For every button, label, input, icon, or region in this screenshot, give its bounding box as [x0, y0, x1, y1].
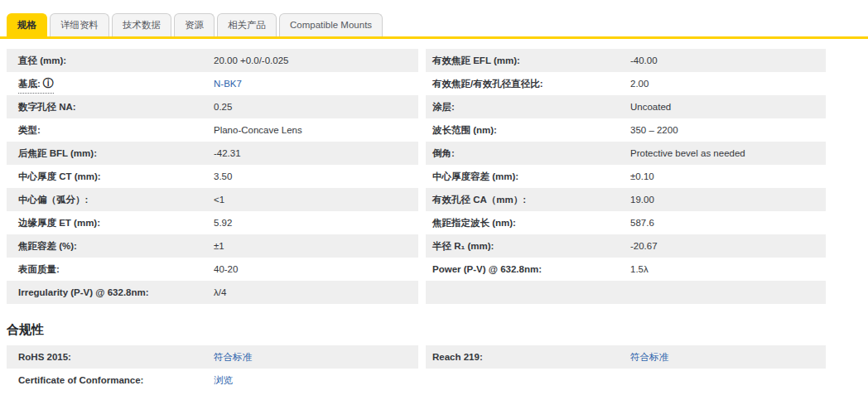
- spec-row: 有效孔径 CA（mm）:19.00: [426, 188, 826, 211]
- compliance-row: RoHS 2015:符合标准: [7, 345, 418, 369]
- spec-value: 19.00: [630, 188, 654, 211]
- spec-row: 有效焦距/有效孔径直径比:2.00: [426, 72, 826, 95]
- spec-label: [426, 281, 630, 304]
- spec-label: Irregularity (P-V) @ 632.8nm:: [7, 281, 214, 304]
- spec-row: 有效焦距 EFL (mm):-40.00: [426, 49, 826, 72]
- spec-value: λ/4: [214, 281, 226, 304]
- spec-value: 40-20: [214, 258, 238, 281]
- spec-value: Protective bevel as needed: [630, 142, 745, 165]
- spec-label: 焦距指定波长 (nm):: [426, 211, 630, 234]
- spec-label: 波长范围 (nm):: [426, 118, 630, 142]
- spec-row: Power (P-V) @ 632.8nm:1.5λ: [426, 258, 826, 281]
- compliance-heading: 合规性: [7, 322, 868, 338]
- spec-label: 有效焦距 EFL (mm):: [426, 49, 630, 72]
- spec-row: Irregularity (P-V) @ 632.8nm:λ/4: [7, 281, 418, 304]
- spec-row: 边缘厚度 ET (mm):5.92: [7, 211, 418, 234]
- spec-label: 有效焦距/有效孔径直径比:: [426, 72, 630, 95]
- specifications-section: 直径 (mm):20.00 +0.0/-0.025基底:ⓘN-BK7数字孔径 N…: [7, 49, 868, 304]
- compliance-value-link[interactable]: 符合标准: [630, 345, 668, 369]
- spec-row: 涂层:Uncoated: [426, 95, 826, 118]
- tab-3[interactable]: 资源: [174, 13, 215, 36]
- tab-4[interactable]: 相关产品: [217, 13, 277, 36]
- spec-label: 焦距容差 (%):: [7, 234, 214, 258]
- spec-row: 数字孔径 NA:0.25: [7, 95, 418, 118]
- spec-value: 2.00: [630, 72, 649, 95]
- spec-label: 表面质量:: [7, 258, 214, 281]
- spec-label: 中心厚度 CT (mm):: [7, 165, 214, 188]
- compliance-row: Reach 219:符合标准: [426, 345, 826, 369]
- spec-value: <1: [214, 188, 224, 211]
- tab-2[interactable]: 技术数据: [112, 13, 171, 36]
- info-icon[interactable]: ⓘ: [43, 77, 54, 89]
- spec-row: 基底:ⓘN-BK7: [7, 72, 418, 95]
- spec-value: 1.5λ: [630, 258, 649, 281]
- spec-value: Uncoated: [630, 95, 671, 118]
- spec-value: Plano-Concave Lens: [214, 118, 302, 142]
- spec-label: 类型:: [7, 118, 214, 142]
- spec-label: 倒角:: [426, 142, 630, 165]
- spec-value: 350 – 2200: [630, 118, 678, 142]
- spec-value: 587.6: [630, 211, 654, 234]
- compliance-label: Certificate of Conformance:: [7, 369, 214, 392]
- spec-value: -42.31: [214, 142, 241, 165]
- spec-value-link[interactable]: N-BK7: [214, 72, 242, 95]
- spec-value: ±0.10: [630, 165, 654, 188]
- spec-row: 焦距容差 (%):±1: [7, 234, 418, 258]
- spec-label: 涂层:: [426, 95, 630, 118]
- tab-0[interactable]: 规格: [7, 13, 47, 36]
- compliance-value-link[interactable]: 符合标准: [214, 345, 252, 369]
- compliance-table-right: Reach 219:符合标准: [426, 345, 826, 392]
- compliance-section: RoHS 2015:符合标准Certificate of Conformance…: [7, 345, 868, 392]
- spec-row: 中心偏（弧分）:<1: [7, 188, 418, 211]
- spec-row: 中心厚度容差 (mm):±0.10: [426, 165, 826, 188]
- spec-value: 0.25: [214, 95, 232, 118]
- tab-1[interactable]: 详细资料: [50, 13, 109, 36]
- tooltip-term[interactable]: 基底:ⓘ: [18, 75, 54, 94]
- spec-table-left: 直径 (mm):20.00 +0.0/-0.025基底:ⓘN-BK7数字孔径 N…: [7, 49, 418, 304]
- spec-label: 有效孔径 CA（mm）:: [426, 188, 630, 211]
- spec-value: -40.00: [630, 49, 658, 72]
- compliance-value-link[interactable]: 浏览: [214, 369, 233, 392]
- spec-row: 半径 R₁ (mm):-20.67: [426, 234, 826, 258]
- spec-row: 倒角:Protective bevel as needed: [426, 142, 826, 165]
- spec-value: 3.50: [214, 165, 232, 188]
- spec-row: 中心厚度 CT (mm):3.50: [7, 165, 418, 188]
- product-tab-bar: 规格详细资料技术数据资源相关产品Compatible Mounts: [0, 0, 868, 39]
- spec-label: 数字孔径 NA:: [7, 95, 214, 118]
- spec-label: Power (P-V) @ 632.8nm:: [426, 258, 630, 281]
- tab-5[interactable]: Compatible Mounts: [279, 13, 383, 36]
- spec-row: 类型:Plano-Concave Lens: [7, 118, 418, 142]
- spec-row: 波长范围 (nm):350 – 2200: [426, 118, 826, 142]
- spec-label: 中心厚度容差 (mm):: [426, 165, 630, 188]
- spec-label: 边缘厚度 ET (mm):: [7, 211, 214, 234]
- compliance-row: Certificate of Conformance:浏览: [7, 369, 418, 392]
- spec-label: 直径 (mm):: [7, 49, 214, 72]
- compliance-label: Reach 219:: [426, 345, 630, 369]
- spec-row: 焦距指定波长 (nm):587.6: [426, 211, 826, 234]
- spec-label: 基底:ⓘ: [7, 72, 214, 95]
- compliance-label: RoHS 2015:: [7, 345, 214, 369]
- spec-value: ±1: [214, 234, 224, 258]
- spec-table-right: 有效焦距 EFL (mm):-40.00有效焦距/有效孔径直径比:2.00涂层:…: [426, 49, 826, 304]
- spec-label: 半径 R₁ (mm):: [426, 234, 630, 258]
- spec-label: 后焦距 BFL (mm):: [7, 142, 214, 165]
- compliance-table-left: RoHS 2015:符合标准Certificate of Conformance…: [7, 345, 418, 392]
- spec-label: 中心偏（弧分）:: [7, 188, 214, 211]
- spec-value: 5.92: [214, 211, 232, 234]
- spec-row: [426, 281, 826, 304]
- spec-value: -20.67: [630, 234, 658, 258]
- spec-value: 20.00 +0.0/-0.025: [214, 49, 288, 72]
- spec-row: 直径 (mm):20.00 +0.0/-0.025: [7, 49, 418, 72]
- spec-row: 表面质量:40-20: [7, 258, 418, 281]
- spec-row: 后焦距 BFL (mm):-42.31: [7, 142, 418, 165]
